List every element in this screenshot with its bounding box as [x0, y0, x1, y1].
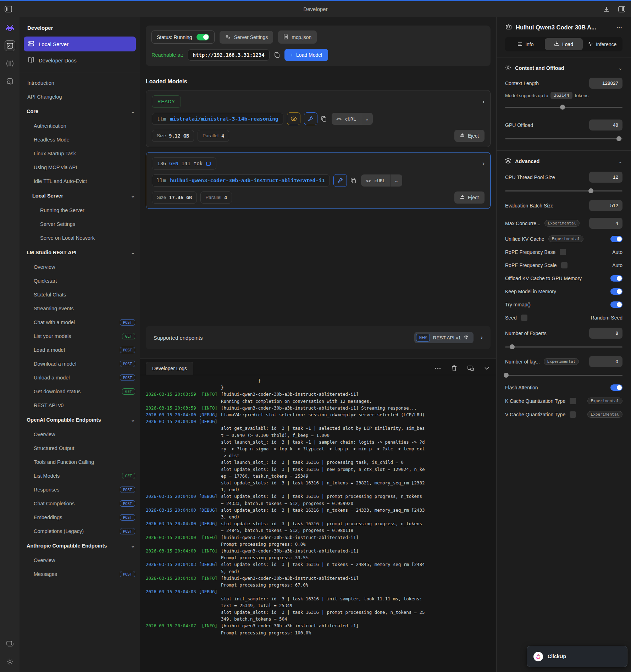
sidebar-item-headless-mode[interactable]: Headless Mode: [20, 133, 140, 146]
curl-dropdown[interactable]: <>cURL ⌄: [332, 113, 373, 125]
v-cache-quantization-type-checkbox[interactable]: [570, 411, 576, 418]
sidebar-item-using-mcp-via-api[interactable]: Using MCP via API: [20, 160, 140, 174]
chevron-down-icon[interactable]: ⌄: [131, 249, 135, 256]
tab-inference[interactable]: Inference: [583, 38, 621, 50]
gpu-offload-input[interactable]: 48: [589, 120, 622, 130]
eject-model-button[interactable]: Eject: [454, 191, 485, 204]
server-settings-button[interactable]: Server Settings: [220, 31, 273, 44]
chevron-down-icon[interactable]: ⌄: [390, 174, 403, 187]
chevron-right-icon[interactable]: ›: [482, 160, 485, 167]
chat-feedback-icon[interactable]: [5, 639, 15, 649]
chevron-down-icon[interactable]: ⌄: [361, 113, 373, 125]
sidebar-item-overview[interactable]: Overview: [20, 553, 140, 567]
sidebar-item-overview[interactable]: Overview: [20, 260, 140, 274]
sidebar-item-tools-and-function-calling[interactable]: Tools and Function Calling: [20, 455, 140, 469]
lmstudio-logo-icon[interactable]: [5, 23, 15, 33]
number-of-experts-input[interactable]: 8: [589, 328, 622, 339]
chevron-down-icon[interactable]: ⌄: [131, 543, 135, 549]
collapse-logs-icon[interactable]: [485, 365, 489, 371]
more-options-icon[interactable]: [435, 365, 441, 371]
sidebar-item-stateful-chats[interactable]: Stateful Chats: [20, 288, 140, 301]
sidebar-section-openai-compatible-endpoints[interactable]: OpenAI Compatible Endpoints⌄: [20, 412, 140, 427]
sidebar-item-unload-a-model[interactable]: Unload a modelPOST: [20, 371, 140, 384]
gpu-offload-slider[interactable]: [505, 136, 622, 141]
sidebar-item-embeddings[interactable]: EmbeddingsPOST: [20, 510, 140, 524]
sidebar-item-messages[interactable]: MessagesPOST: [20, 567, 140, 581]
keep-model-in-memory-toggle[interactable]: [610, 288, 622, 295]
context-length-slider[interactable]: [505, 105, 622, 110]
settings-gear-icon[interactable]: [5, 656, 15, 667]
sidebar-item-developer-docs[interactable]: Developer Docs: [24, 53, 136, 68]
sidebar-item-overview[interactable]: Overview: [20, 427, 140, 441]
number-of-lay-slider[interactable]: [505, 373, 622, 378]
sidebar-item-load-a-model[interactable]: Load a modelPOST: [20, 343, 140, 357]
download-icon[interactable]: [603, 6, 610, 12]
chevron-down-icon[interactable]: ⌄: [131, 193, 135, 199]
flash-attention-toggle[interactable]: [610, 384, 622, 391]
sidebar-section-local-server[interactable]: Local Server⌄: [20, 188, 140, 203]
model-menu-icon[interactable]: ⋯: [616, 24, 623, 31]
sidebar-item-structured-output[interactable]: Structured Output: [20, 441, 140, 455]
chevron-down-icon[interactable]: ⌄: [618, 158, 622, 165]
server-url-field[interactable]: http://192.168.3.31:1234: [188, 49, 269, 61]
model-identifier[interactable]: llm mistralai/ministral-3-14b-reasoning: [152, 113, 283, 125]
open-logs-window-icon[interactable]: [467, 365, 474, 371]
copy-model-icon[interactable]: [350, 178, 356, 184]
sidebar-item-chat-completions[interactable]: Chat CompletionsPOST: [20, 496, 140, 510]
sidebar-item-api-changelog[interactable]: API Changelog: [20, 90, 140, 104]
evaluation-batch-size-input[interactable]: 512: [589, 200, 622, 211]
sidebar-item-idle-ttl-and-auto-evict[interactable]: Idle TTL and Auto-Evict: [20, 174, 140, 188]
chevron-down-icon[interactable]: ⌄: [618, 65, 622, 71]
columns-view-icon[interactable]: [5, 58, 15, 69]
vision-capability-icon[interactable]: [287, 112, 300, 125]
model-identifier[interactable]: llm huihui-qwen3-coder-30b-a3b-instruct-…: [152, 174, 330, 187]
copy-model-icon[interactable]: [321, 116, 327, 122]
chevron-down-icon[interactable]: ⌄: [131, 417, 135, 423]
number-of-experts-slider[interactable]: [505, 344, 622, 349]
sidebar-item-rest-api-v0[interactable]: REST API v0: [20, 398, 140, 412]
sidebar-item-running-the-server[interactable]: Running the Server: [20, 203, 140, 217]
server-running-toggle[interactable]: [197, 34, 209, 40]
sidebar-section-core[interactable]: Core⌄: [20, 104, 140, 119]
cpu-thread-pool-size-slider[interactable]: [505, 188, 622, 193]
sidebar-item-list-your-models[interactable]: List your modelsGET: [20, 329, 140, 343]
rest-api-v1-badge[interactable]: NEW REST API v1: [414, 332, 474, 343]
sidebar-item-download-a-model[interactable]: Download a modelPOST: [20, 357, 140, 371]
slider-thumb[interactable]: [588, 188, 593, 193]
sidebar-item-streaming-events[interactable]: Streaming events: [20, 301, 140, 315]
tab-info[interactable]: Info: [507, 38, 545, 50]
number-of-lay-input[interactable]: 0: [589, 356, 622, 367]
chevron-right-icon[interactable]: ›: [482, 98, 485, 105]
mcp-json-button[interactable]: mcp.json: [278, 30, 317, 44]
seed-checkbox[interactable]: [521, 315, 527, 321]
tab-load[interactable]: Load: [545, 38, 583, 50]
developer-logs-tab[interactable]: Developer Logs: [146, 362, 193, 375]
tools-capability-icon[interactable]: [333, 174, 347, 187]
sidebar-item-completions-legacy[interactable]: Completions (Legacy)POST: [20, 524, 140, 538]
tools-capability-icon[interactable]: [304, 112, 317, 125]
sidebar-item-list-models[interactable]: List ModelsGET: [20, 469, 140, 483]
sidebar-section-lm-studio-rest-api[interactable]: LM Studio REST API⌄: [20, 245, 140, 260]
clickup-toast[interactable]: ClickUp: [527, 646, 627, 667]
sidebar-item-linux-startup-task[interactable]: Linux Startup Task: [20, 146, 140, 160]
rope-frequency-scale-checkbox[interactable]: [561, 262, 568, 268]
slider-thumb[interactable]: [504, 373, 509, 378]
chevron-down-icon[interactable]: ⌄: [131, 108, 135, 115]
sidebar-item-get-download-status[interactable]: Get download statusGET: [20, 384, 140, 398]
chevron-right-icon[interactable]: ›: [481, 334, 483, 341]
sidebar-item-quickstart[interactable]: Quickstart: [20, 274, 140, 288]
k-cache-quantization-type-checkbox[interactable]: [570, 398, 576, 404]
slider-thumb[interactable]: [510, 344, 515, 349]
sidebar-item-introduction[interactable]: Introduction: [20, 76, 140, 90]
copy-url-icon[interactable]: [274, 52, 280, 58]
offload-kv-cache-to-gpu-memory-toggle[interactable]: [610, 275, 622, 282]
sidebar-section-anthropic-compatible-endpoints[interactable]: Anthropic Compatible Endpoints⌄: [20, 538, 140, 553]
try-mmap-toggle[interactable]: [610, 301, 622, 308]
sidebar-item-local-server[interactable]: Local Server: [24, 37, 136, 51]
load-model-button[interactable]: + Load Model: [284, 49, 328, 61]
max-context-value[interactable]: 262144: [550, 92, 572, 99]
log-output[interactable]: }}2026-03-15 20:03:59[INFO][huihui-qwen3…: [140, 375, 496, 672]
sidebar-item-responses[interactable]: ResponsesPOST: [20, 483, 140, 496]
curl-dropdown[interactable]: <>cURL ⌄: [361, 174, 403, 187]
cpu-thread-pool-size-input[interactable]: 12: [589, 172, 622, 183]
